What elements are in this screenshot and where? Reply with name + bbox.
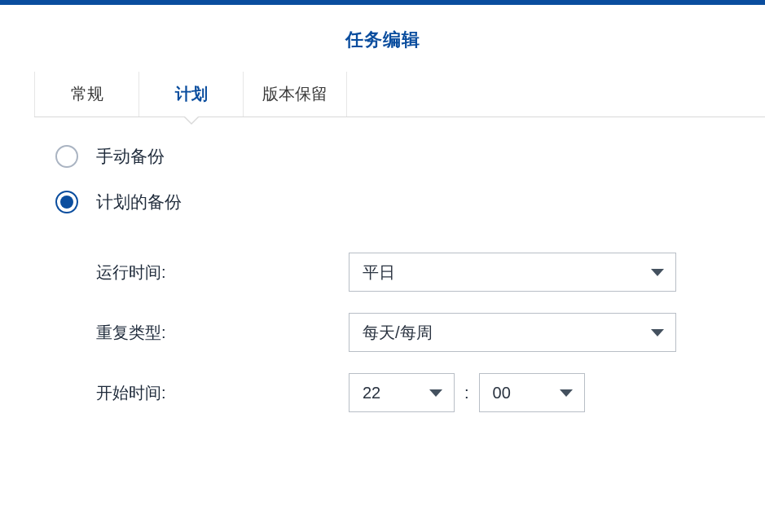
schedule-fields: 运行时间: 平日 重复类型: 每天/每周 开始时间: 22 : xyxy=(55,236,765,412)
start-time-label: 开始时间: xyxy=(96,382,349,404)
radio-icon xyxy=(55,145,78,168)
start-hour-select[interactable]: 22 xyxy=(349,373,455,412)
chevron-down-icon xyxy=(429,389,442,397)
radio-manual-label: 手动备份 xyxy=(96,145,165,168)
field-repeat-type: 重复类型: 每天/每周 xyxy=(96,313,765,352)
dialog-title: 任务编辑 xyxy=(0,5,765,72)
schedule-panel: 手动备份 计划的备份 运行时间: 平日 重复类型: 每天/每周 开始时间: 22 xyxy=(0,117,765,412)
run-time-label: 运行时间: xyxy=(96,262,349,284)
repeat-type-value: 每天/每周 xyxy=(363,322,433,344)
chevron-down-icon xyxy=(651,269,664,276)
radio-icon xyxy=(55,191,78,213)
start-minute-select[interactable]: 00 xyxy=(479,373,585,412)
radio-manual-backup[interactable]: 手动备份 xyxy=(55,145,765,168)
field-run-time: 运行时间: 平日 xyxy=(96,253,765,292)
chevron-down-icon xyxy=(651,329,664,336)
tab-schedule[interactable]: 计划 xyxy=(138,72,243,117)
tab-retention[interactable]: 版本保留 xyxy=(243,72,347,117)
radio-scheduled-label: 计划的备份 xyxy=(96,191,182,213)
start-hour-value: 22 xyxy=(363,384,380,402)
field-start-time: 开始时间: 22 : 00 xyxy=(96,373,765,412)
run-time-select[interactable]: 平日 xyxy=(349,253,676,292)
tab-bar: 常规 计划 版本保留 xyxy=(34,72,765,117)
tab-general[interactable]: 常规 xyxy=(34,72,138,117)
repeat-type-select[interactable]: 每天/每周 xyxy=(349,313,676,352)
repeat-type-label: 重复类型: xyxy=(96,322,349,344)
chevron-down-icon xyxy=(560,389,573,397)
start-time-group: 22 : 00 xyxy=(349,373,585,412)
run-time-value: 平日 xyxy=(363,262,395,284)
time-colon: : xyxy=(464,384,469,402)
radio-scheduled-backup[interactable]: 计划的备份 xyxy=(55,191,765,213)
start-minute-value: 00 xyxy=(493,384,511,402)
